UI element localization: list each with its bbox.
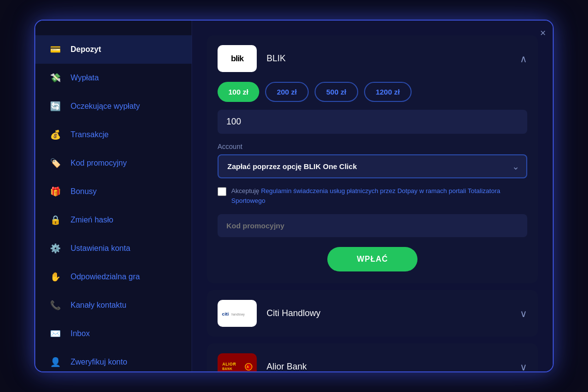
citi-logo-svg: citi handlowy	[221, 306, 253, 321]
account-select[interactable]: Zapłać poprzez opcję BLIK One Click	[218, 154, 527, 178]
alior-card: ALIOR BANK A Alior Bank ∨	[207, 343, 538, 371]
wplac-button[interactable]: WPŁAĆ	[327, 247, 417, 271]
svg-text:A: A	[246, 365, 249, 368]
sidebar-item-kanaly[interactable]: 📞 Kanały kontaktu	[35, 291, 192, 319]
citi-card-header[interactable]: citi handlowy Citi Handlowy ∨	[207, 290, 538, 337]
sidebar-item-bonusy[interactable]: 🎁 Bonusy	[35, 177, 192, 206]
kod-icon: 🏷️	[49, 157, 62, 170]
terms-link[interactable]: Regulamin świadczenia usług płatniczych …	[231, 187, 500, 204]
inbox-icon: ✉️	[49, 327, 62, 340]
blik-logo: blik	[218, 45, 257, 72]
svg-text:ALIOR: ALIOR	[222, 362, 236, 367]
svg-text:citi: citi	[222, 311, 229, 317]
account-label: Account	[218, 143, 527, 150]
amount-input[interactable]	[218, 110, 527, 134]
close-button[interactable]: ×	[540, 27, 546, 39]
zweryfikuj-icon: 👤	[49, 356, 62, 368]
account-select-wrapper: Zapłać poprzez opcję BLIK One Click ⌄	[218, 154, 527, 178]
sidebar-label-inbox: Inbox	[71, 329, 90, 338]
sidebar-item-wyplata[interactable]: 💸 Wypłata	[35, 64, 192, 92]
app-container: × 💳 Depozyt 💸 Wypłata 🔄 Oczekujące wypła…	[34, 20, 554, 372]
bonusy-icon: 🎁	[49, 185, 62, 198]
alior-name: Alior Bank	[267, 362, 510, 371]
transakcje-icon: 💰	[49, 128, 62, 141]
blik-card-header[interactable]: blik BLIK ∧	[207, 35, 538, 82]
alior-logo-inner: ALIOR BANK A	[218, 353, 257, 371]
ustawienia-icon: ⚙️	[49, 242, 62, 255]
sidebar-item-oczekujace[interactable]: 🔄 Oczekujące wypłaty	[35, 92, 192, 121]
terms-text: Akceptuję Regulamin świadczenia usług pł…	[231, 186, 527, 205]
blik-card: blik BLIK ∧ 100 zł 200 zł 500 zł 1200 zł…	[207, 35, 538, 283]
terms-prefix: Akceptuję	[231, 187, 259, 195]
alior-card-header[interactable]: ALIOR BANK A Alior Bank ∨	[207, 343, 538, 371]
amount-btn-200[interactable]: 200 zł	[265, 82, 309, 102]
kanaly-icon: 📞	[49, 299, 62, 312]
alior-logo-svg: ALIOR BANK A	[220, 358, 254, 371]
citi-card: citi handlowy Citi Handlowy ∨	[207, 290, 538, 337]
terms-checkbox[interactable]	[218, 187, 226, 196]
sidebar-label-kanaly: Kanały kontaktu	[71, 301, 126, 310]
amount-btn-1200[interactable]: 1200 zł	[364, 82, 412, 102]
promo-input[interactable]	[218, 214, 527, 237]
sidebar-item-zweryfikuj[interactable]: 👤 Zweryfikuj konto	[35, 348, 192, 372]
citi-name: Citi Handlowy	[267, 308, 510, 318]
sidebar-label-odpowiedzialna: Odpowiedzialna gra	[71, 272, 140, 281]
alior-chevron-icon: ∨	[520, 361, 527, 372]
oczekujace-icon: 🔄	[49, 100, 62, 113]
sidebar-item-inbox[interactable]: ✉️ Inbox	[35, 319, 192, 348]
sidebar-label-transakcje: Transakcje	[71, 130, 109, 139]
citi-logo: citi handlowy	[218, 300, 257, 327]
odpowiedzialna-icon: ✋	[49, 270, 62, 283]
sidebar-label-oczekujace: Oczekujące wypłaty	[71, 102, 140, 111]
sidebar-label-ustawienia: Ustawienia konta	[71, 244, 130, 253]
sidebar-item-kod-promocyjny[interactable]: 🏷️ Kod promocyjny	[35, 149, 192, 177]
wyplata-icon: 💸	[49, 72, 62, 84]
sidebar-item-depozyt[interactable]: 💳 Depozyt	[35, 35, 192, 64]
zmien-haslo-icon: 🔒	[49, 214, 62, 226]
amount-btn-100[interactable]: 100 zł	[218, 82, 259, 102]
amount-btn-500[interactable]: 500 zł	[315, 82, 358, 102]
amount-buttons: 100 zł 200 zł 500 zł 1200 zł	[218, 82, 527, 102]
sidebar-item-zmien-haslo[interactable]: 🔒 Zmień hasło	[35, 206, 192, 234]
depozyt-icon: 💳	[49, 43, 62, 56]
sidebar-label-zweryfikuj: Zweryfikuj konto	[71, 358, 127, 367]
blik-content: 100 zł 200 zł 500 zł 1200 zł Account Zap…	[207, 82, 538, 283]
alior-logo: ALIOR BANK A	[218, 353, 257, 371]
svg-text:handlowy: handlowy	[231, 313, 245, 317]
main-content: blik BLIK ∧ 100 zł 200 zł 500 zł 1200 zł…	[192, 21, 553, 371]
blik-logo-text: blik	[231, 54, 243, 64]
blik-chevron-icon: ∧	[520, 53, 527, 65]
sidebar-label-depozyt: Depozyt	[71, 45, 101, 54]
svg-text:BANK: BANK	[222, 367, 233, 370]
terms-row: Akceptuję Regulamin świadczenia usług pł…	[218, 186, 527, 205]
sidebar-item-odpowiedzialna[interactable]: ✋ Odpowiedzialna gra	[35, 263, 192, 291]
blik-name: BLIK	[267, 53, 510, 64]
sidebar: 💳 Depozyt 💸 Wypłata 🔄 Oczekujące wypłaty…	[35, 21, 192, 371]
sidebar-label-wyplata: Wypłata	[71, 74, 99, 82]
sidebar-item-ustawienia[interactable]: ⚙️ Ustawienia konta	[35, 234, 192, 263]
sidebar-label-bonusy: Bonusy	[71, 187, 97, 196]
sidebar-label-kod: Kod promocyjny	[71, 159, 127, 168]
sidebar-label-zmien-haslo: Zmień hasło	[71, 216, 113, 224]
sidebar-item-transakcje[interactable]: 💰 Transakcje	[35, 121, 192, 149]
citi-chevron-icon: ∨	[520, 308, 527, 319]
